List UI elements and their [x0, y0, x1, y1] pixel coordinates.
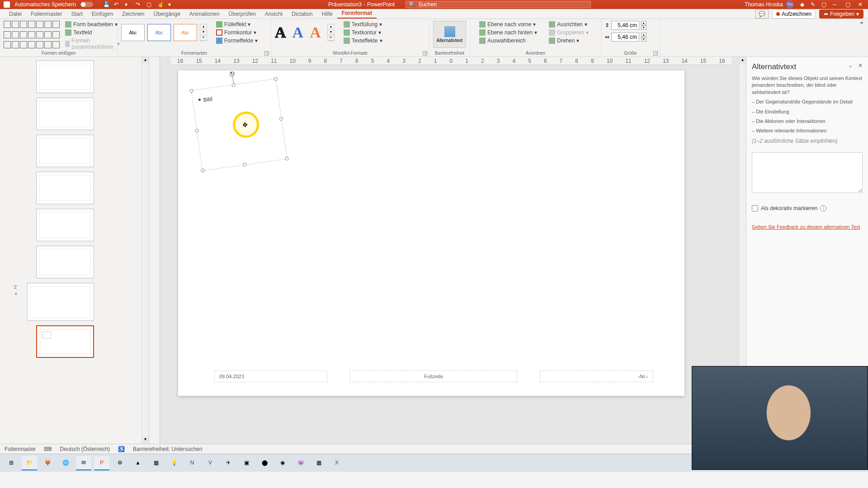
close-icon[interactable]: ✕ — [858, 1, 864, 8]
diamond-icon[interactable]: ◆ — [800, 1, 804, 8]
status-lang-icon[interactable]: ⌨ — [44, 446, 52, 452]
task-app-4[interactable]: ▣ — [239, 456, 254, 470]
share-button[interactable]: ➦Freigeben▾ — [819, 9, 863, 19]
wordart-gallery-more[interactable]: ▴▾≡ — [327, 24, 335, 41]
shape-effects-button[interactable]: Formeffekte ▾ — [214, 37, 259, 44]
undo-more-icon[interactable]: ▾ — [125, 1, 131, 8]
qat-more-icon[interactable]: ▾ — [168, 1, 175, 8]
task-app-3[interactable]: 💡 — [166, 456, 182, 470]
task-explorer[interactable]: 📁 — [22, 456, 37, 470]
task-outlook[interactable]: ✉ — [76, 456, 91, 470]
resize-handle-l[interactable] — [195, 129, 199, 133]
collapse-ribbon-button[interactable]: ⌃ — [855, 19, 868, 56]
resize-handle-t[interactable] — [231, 83, 236, 87]
task-discord[interactable]: 👾 — [293, 456, 308, 470]
tab-ueberpruefen[interactable]: Überprüfen — [224, 9, 260, 19]
tab-animationen[interactable]: Animationen — [185, 9, 224, 19]
save-icon[interactable]: 💾 — [103, 1, 109, 8]
pen-icon[interactable]: ✎ — [811, 1, 815, 8]
window-icon[interactable]: ▢ — [821, 1, 826, 8]
task-excel[interactable]: X — [329, 456, 344, 470]
style-preset-1[interactable]: Abc — [121, 24, 145, 41]
width-spinner[interactable]: ▴▾ — [641, 33, 646, 42]
redo-icon[interactable]: ↷ — [136, 1, 142, 8]
shape-outline-button[interactable]: Formkontur ▾ — [214, 29, 259, 36]
tab-uebergaenge[interactable]: Übergänge — [149, 9, 184, 19]
layout-thumb-2[interactable] — [36, 98, 94, 130]
wordart-preset-2[interactable]: A — [292, 24, 304, 41]
undo-icon[interactable]: ↶ — [114, 1, 120, 8]
status-language[interactable]: Deutsch (Österreich) — [60, 446, 110, 452]
text-effects-button[interactable]: Texteffekte ▾ — [342, 37, 384, 44]
maximize-icon[interactable]: ▢ — [845, 1, 852, 8]
layout-thumb-3[interactable] — [36, 135, 94, 167]
record-button[interactable]: Aufzeichnen — [772, 9, 816, 19]
start-button[interactable]: ⊞ — [4, 456, 19, 470]
task-app-1[interactable]: ⚙ — [112, 456, 127, 470]
footer-date-placeholder[interactable]: 09.04.2023 — [214, 371, 327, 382]
pane-collapse-icon[interactable]: ⌄ — [848, 62, 853, 69]
task-onenote[interactable]: N — [184, 456, 200, 470]
tab-datei[interactable]: Datei — [5, 9, 26, 19]
width-input[interactable] — [611, 33, 639, 42]
task-vlc[interactable]: ▲ — [130, 456, 146, 470]
task-firefox[interactable]: 🦊 — [40, 456, 55, 470]
wordart-preset-3[interactable]: A — [310, 24, 321, 41]
shape-styles-gallery[interactable]: Abc Abc Abc ▴▾≡ — [121, 21, 207, 44]
task-visio[interactable]: V — [203, 456, 218, 470]
task-app-5[interactable]: ◉ — [275, 456, 290, 470]
tab-dictation[interactable]: Dictation — [287, 9, 317, 19]
layout-thumb-6[interactable] — [36, 246, 94, 278]
resize-handle-br[interactable] — [285, 157, 289, 161]
align-button[interactable]: Ausrichten ▾ — [547, 21, 590, 28]
selection-pane-button[interactable]: Auswahlbereich — [477, 37, 539, 44]
search-box[interactable]: 🔍 Suchen — [406, 1, 591, 8]
tab-zeichnen[interactable]: Zeichnen — [118, 9, 149, 19]
slideshow-icon[interactable]: ▢ — [146, 1, 153, 8]
tab-start[interactable]: Start — [66, 9, 87, 19]
feedback-link[interactable]: Geben Sie Feedback zu diesem alternative… — [752, 224, 863, 230]
wordart-gallery[interactable]: A A A ▴▾≡ — [275, 21, 335, 44]
height-spinner[interactable]: ▴▾ — [641, 21, 646, 30]
tab-ansicht[interactable]: Ansicht — [260, 9, 287, 19]
edit-shape-button[interactable]: Form bearbeiten ▾ — [63, 21, 122, 28]
styles-dialog-launcher[interactable]: ⇲ — [264, 51, 269, 56]
resize-handle-tr[interactable] — [274, 77, 278, 81]
comments-icon[interactable]: 💬 — [755, 9, 769, 19]
wordart-dialog-launcher[interactable]: ⇲ — [423, 51, 427, 56]
selected-placeholder[interactable]: • Bild ✥ — [191, 79, 287, 171]
footer-page-placeholder[interactable]: ‹Nr.› — [540, 371, 653, 382]
text-fill-button[interactable]: Textfüllung ▾ — [342, 21, 384, 28]
scroll-up-icon[interactable]: ▴ — [142, 57, 149, 64]
layout-thumb-4[interactable] — [36, 172, 94, 204]
minimize-icon[interactable]: ─ — [833, 1, 839, 8]
thumbnail-scrollbar[interactable]: ▴ ▾ — [142, 57, 149, 444]
layout-thumb-selected[interactable] — [36, 325, 94, 358]
textbox-button[interactable]: Textfeld — [63, 29, 122, 36]
bring-forward-button[interactable]: Ebene nach vorne ▾ — [477, 21, 539, 28]
send-backward-button[interactable]: Ebene nach hinten ▾ — [477, 29, 539, 36]
wordart-preset-1[interactable]: A — [275, 24, 286, 41]
tab-formformat[interactable]: Formformat — [337, 9, 377, 19]
touch-icon[interactable]: ☝ — [157, 1, 164, 8]
master-thumb[interactable]: 2 ✶ — [27, 283, 94, 321]
tab-hilfe[interactable]: Hilfe — [317, 9, 337, 19]
alt-text-input[interactable] — [752, 152, 863, 193]
tab-folienmaster[interactable]: Folienmaster — [26, 9, 66, 19]
task-app-2[interactable]: ▦ — [148, 456, 164, 470]
task-powerpoint[interactable]: P — [94, 456, 109, 470]
layout-thumb-1[interactable] — [36, 61, 94, 93]
text-outline-button[interactable]: Textkontur ▾ — [342, 29, 384, 36]
status-accessibility-icon[interactable]: ♿ — [118, 446, 125, 452]
status-accessibility[interactable]: Barrierefreiheit: Untersuchen — [133, 446, 202, 452]
alt-text-button[interactable]: Alternativtext — [433, 21, 466, 48]
editor-scroll-up-icon[interactable]: ▴ — [739, 57, 746, 64]
user-account[interactable]: Thomas Hruska TH — [745, 0, 794, 9]
style-preset-3[interactable]: Abc — [174, 24, 197, 41]
layout-thumb-5[interactable] — [36, 209, 94, 241]
decorative-checkbox-input[interactable] — [752, 205, 758, 211]
pane-close-icon[interactable]: ✕ — [858, 62, 863, 69]
resize-handle-bl[interactable] — [201, 169, 205, 173]
task-app-6[interactable]: ▦ — [311, 456, 326, 470]
rotate-button[interactable]: Drehen ▾ — [547, 37, 590, 44]
